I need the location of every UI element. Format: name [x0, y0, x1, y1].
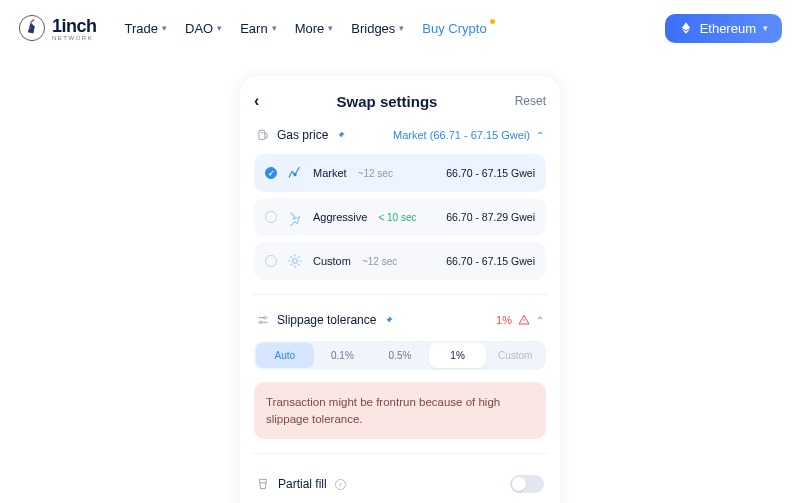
buy-crypto-link[interactable]: Buy Crypto	[422, 21, 486, 36]
partial-fill-label: Partial fill	[278, 477, 327, 491]
swap-settings-panel: ‹ Swap settings Reset Gas price Market (…	[240, 76, 560, 503]
chevron-down-icon: ▾	[763, 23, 768, 33]
nav-more[interactable]: More▾	[295, 21, 334, 36]
market-icon	[286, 164, 304, 182]
aggressive-icon	[286, 208, 304, 226]
gas-options: Market ~12 sec 66.70 - 67.15 Gwei Aggres…	[254, 154, 546, 280]
radio-icon	[265, 255, 277, 267]
network-label: Ethereum	[700, 21, 756, 36]
svg-point-5	[264, 317, 266, 319]
svg-point-1	[29, 27, 31, 29]
ethereum-icon	[679, 21, 693, 35]
sliders-icon	[256, 313, 270, 327]
gas-option-aggressive[interactable]: Aggressive < 10 sec 66.70 - 87.29 Gwei	[254, 198, 546, 236]
unicorn-icon	[18, 14, 46, 42]
chevron-down-icon: ▾	[399, 23, 404, 33]
chevron-down-icon: ▾	[328, 23, 333, 33]
cup-icon	[256, 477, 270, 491]
slippage-label: Slippage tolerance	[277, 313, 376, 327]
panel-header: ‹ Swap settings Reset	[254, 92, 546, 110]
chevron-down-icon: ▾	[217, 23, 222, 33]
brand-name: 1inch	[52, 16, 97, 37]
divider	[252, 453, 548, 454]
chevron-up-icon: ⌃	[536, 130, 544, 141]
gas-price-header[interactable]: Gas price Market (66.71 - 67.15 Gwei) ⌃	[254, 124, 546, 146]
panel-title: Swap settings	[337, 93, 438, 110]
slippage-value: 1%	[496, 314, 512, 326]
partial-fill-toggle[interactable]	[510, 475, 544, 493]
slippage-header[interactable]: Slippage tolerance 1% ⌃	[254, 309, 546, 331]
custom-icon	[286, 252, 304, 270]
slippage-0-1[interactable]: 0.1%	[314, 343, 372, 368]
fuel-icon	[256, 128, 270, 142]
info-icon[interactable]: i	[335, 479, 346, 490]
brand-subtitle: NETWORK	[52, 35, 97, 41]
slippage-segmented: Auto 0.1% 0.5% 1% Custom	[254, 341, 546, 370]
top-nav: 1inch NETWORK Trade▾ DAO▾ Earn▾ More▾ Br…	[0, 0, 800, 56]
svg-point-4	[293, 259, 298, 264]
back-button[interactable]: ‹	[254, 92, 259, 110]
chevron-down-icon: ▾	[272, 23, 277, 33]
gas-option-market[interactable]: Market ~12 sec 66.70 - 67.15 Gwei	[254, 154, 546, 192]
gas-label: Gas price	[277, 128, 328, 142]
warning-icon	[518, 314, 530, 326]
svg-point-3	[294, 173, 296, 175]
nav-left: 1inch NETWORK Trade▾ DAO▾ Earn▾ More▾ Br…	[18, 14, 487, 42]
slippage-0-5[interactable]: 0.5%	[371, 343, 429, 368]
pin-icon[interactable]	[335, 130, 346, 141]
svg-rect-2	[259, 130, 265, 139]
reset-button[interactable]: Reset	[515, 94, 546, 108]
radio-selected-icon	[265, 167, 277, 179]
network-selector[interactable]: Ethereum ▾	[665, 14, 782, 43]
chevron-down-icon: ▾	[162, 23, 167, 33]
slippage-auto[interactable]: Auto	[256, 343, 314, 368]
chevron-up-icon: ⌃	[536, 315, 544, 326]
gas-option-custom[interactable]: Custom ~12 sec 66.70 - 67.15 Gwei	[254, 242, 546, 280]
radio-icon	[265, 211, 277, 223]
svg-point-6	[260, 321, 262, 323]
nav-bridges[interactable]: Bridges▾	[351, 21, 404, 36]
nav-dao[interactable]: DAO▾	[185, 21, 222, 36]
gas-summary: Market (66.71 - 67.15 Gwei)	[393, 129, 530, 141]
slippage-1[interactable]: 1%	[429, 343, 487, 368]
partial-fill-row: Partial fill i	[254, 468, 546, 500]
main-nav: Trade▾ DAO▾ Earn▾ More▾ Bridges▾ Buy Cry…	[125, 21, 487, 36]
nav-trade[interactable]: Trade▾	[125, 21, 167, 36]
slippage-custom[interactable]: Custom	[486, 343, 544, 368]
brand-logo[interactable]: 1inch NETWORK	[18, 14, 97, 42]
pin-icon[interactable]	[383, 315, 394, 326]
nav-earn[interactable]: Earn▾	[240, 21, 276, 36]
divider	[252, 294, 548, 295]
frontrun-warning: Transaction might be frontrun because of…	[254, 382, 546, 439]
